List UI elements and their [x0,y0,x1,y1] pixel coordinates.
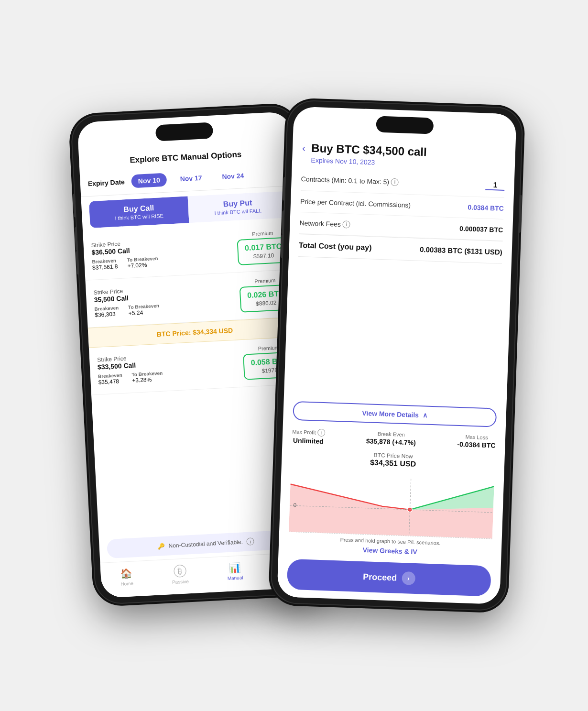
strike-label-1: Strike Price $36,500 Call [91,238,158,256]
home-icon: 🏠 [120,567,132,579]
buy-put-button[interactable]: Buy Put I think BTC wil FALL [188,191,288,223]
total-label: Total Cost (you pay) [299,241,372,252]
network-info-icon[interactable]: i [343,220,351,228]
header-text: Buy BTC $34,500 call Expires Nov 10, 202… [311,141,427,167]
option-left-3: Strike Price $33,500 Call Breakeven $35,… [97,353,163,385]
expiry-nov24[interactable]: Nov 24 [215,168,251,184]
view-more-button[interactable]: View More Details ∧ [293,401,497,427]
svg-marker-0 [289,484,494,538]
contracts-label: Contracts (Min: 0.1 to Max: 5) i [301,175,399,186]
total-value: 0.00383 BTC ($131 USD) [420,245,502,256]
strike-label-2: Strike Price 35,500 Call [93,285,159,303]
contracts-info-icon[interactable]: i [391,178,399,186]
breakeven-row-2: Breakeven $36,303 To Breakeven +5.24 [94,303,160,318]
be-item-to-breakeven-3: To Breakeven +3.28% [131,370,163,383]
option-left-1: Strike Price $36,500 Call Breakeven $37,… [91,238,158,271]
non-custodial-info-icon[interactable]: i [246,537,254,546]
price-value: 0.0384 BTC [468,203,504,212]
max-loss-stat: Max Loss -0.0384 BTC [457,433,496,451]
manual-icon: 📊 [229,561,241,573]
be-item-to-breakeven-2: To Breakeven +5.24 [128,303,160,316]
expiry-nov17[interactable]: Nov 17 [173,171,209,186]
expiry-label: Expiry Date [87,178,125,187]
price-label: Price per Contract (icl. Commissions) [300,197,411,208]
max-profit-info-icon[interactable]: i [317,428,326,437]
max-profit-stat: Max Profit i Unlimited [292,427,325,445]
break-even-stat: Break Even $35,878 (+4.7%) [366,430,416,448]
strike-label-3: Strike Price $33,500 Call [97,353,163,371]
be-item-breakeven-3: Breakeven $35,478 [98,372,123,385]
breakeven-row-1: Breakeven $37,561.8 To Breakeven +7.02% [92,255,158,271]
buy-row: Buy Call I think BTC will RISE Buy Put I… [89,191,288,228]
pnl-chart[interactable]: 0 [289,470,494,539]
detail-section: Contracts (Min: 0.1 to Max: 5) i Price p… [284,167,514,403]
be-item-breakeven-1: Breakeven $37,561.8 [92,257,118,271]
chevron-up-icon: ∧ [423,411,428,419]
max-loss-value: -0.0384 BTC [457,440,496,449]
option-right-1: Premium 0.017 BTC $597.10 [236,229,290,265]
break-even-value: $35,878 (+4.7%) [366,437,416,447]
buy-call-button[interactable]: Buy Call I think BTC will RISE [89,196,189,228]
proceed-button[interactable]: Proceed › [287,558,491,596]
key-icon: 🔑 [157,542,165,549]
option-left-2: Strike Price 35,500 Call Breakeven $36,3… [93,285,159,318]
svg-text:0: 0 [293,502,296,508]
network-label: Network Fees i [299,219,350,228]
phones-container: Explore BTC Manual Options Expiry Date N… [31,105,557,607]
passive-icon: ₿ [174,564,186,577]
breakeven-row-3: Breakeven $35,478 To Breakeven +3.28% [98,370,163,385]
right-phone: ‹ Buy BTC $34,500 call Expires Nov 10, 2… [271,100,523,610]
proceed-chevron-icon: › [402,571,415,585]
network-value: 0.000037 BTC [459,224,503,233]
dynamic-island-left [155,122,214,141]
max-profit-value: Unlimited [292,436,325,445]
right-phone-screen: ‹ Buy BTC $34,500 call Expires Nov 10, 2… [277,106,517,604]
expiry-nov10[interactable]: Nov 10 [131,173,167,188]
be-item-to-breakeven-1: To Breakeven +7.02% [127,255,158,269]
nav-manual[interactable]: 📊 Manual [222,559,248,584]
back-button[interactable]: ‹ [302,143,306,153]
premium-box-1: 0.017 BTC $597.10 [237,237,290,265]
right-phone-content: ‹ Buy BTC $34,500 call Expires Nov 10, 2… [277,106,517,604]
dynamic-island-right [376,116,434,134]
be-item-breakeven-2: Breakeven $36,303 [94,305,119,318]
contracts-input[interactable] [485,180,505,190]
nav-home[interactable]: 🏠 Home [115,565,138,589]
nav-passive[interactable]: ₿ Passive [166,562,194,587]
